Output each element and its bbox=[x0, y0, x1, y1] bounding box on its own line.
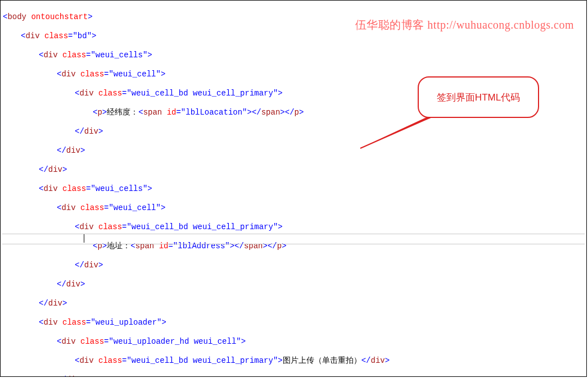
code-line: </div> bbox=[3, 375, 586, 377]
code-line: <div class="weui_uploader_hd weui_cell"> bbox=[3, 337, 586, 347]
code-line: <div class="bd"> bbox=[3, 31, 586, 41]
watermark-text: 伍华聪的博客 http://wuhuacong.cnblogs.com bbox=[355, 17, 574, 33]
code-line: </div> bbox=[3, 261, 586, 270]
code-line: </div> bbox=[3, 280, 586, 289]
code-line: </div> bbox=[3, 299, 586, 308]
code-line: <div class="weui_cell_bd weui_cell_prima… bbox=[3, 356, 586, 366]
code-line: </div> bbox=[3, 165, 586, 175]
code-line: <div class="weui_cell"> bbox=[3, 203, 586, 213]
code-line: <div class="weui_cells"> bbox=[3, 51, 586, 60]
code-pane: <body ontouchstart> <div class="bd"> <di… bbox=[1, 1, 586, 377]
code-line: <p>地址：<span id="lblAddress"></span></p> bbox=[3, 242, 586, 251]
callout-bubble: 签到界面HTML代码 bbox=[418, 76, 539, 118]
text-caret bbox=[84, 234, 84, 243]
code-line: </div> bbox=[3, 127, 586, 136]
code-line: <div class="weui_cell_bd weui_cell_prima… bbox=[3, 222, 586, 232]
code-line: </div> bbox=[3, 146, 586, 156]
code-line: <div class="weui_uploader"> bbox=[3, 318, 586, 327]
code-screenshot: 伍华聪的博客 http://wuhuacong.cnblogs.com 签到界面… bbox=[0, 0, 587, 377]
code-line: <div class="weui_cells"> bbox=[3, 184, 586, 194]
callout-label: 签到界面HTML代码 bbox=[437, 91, 520, 104]
